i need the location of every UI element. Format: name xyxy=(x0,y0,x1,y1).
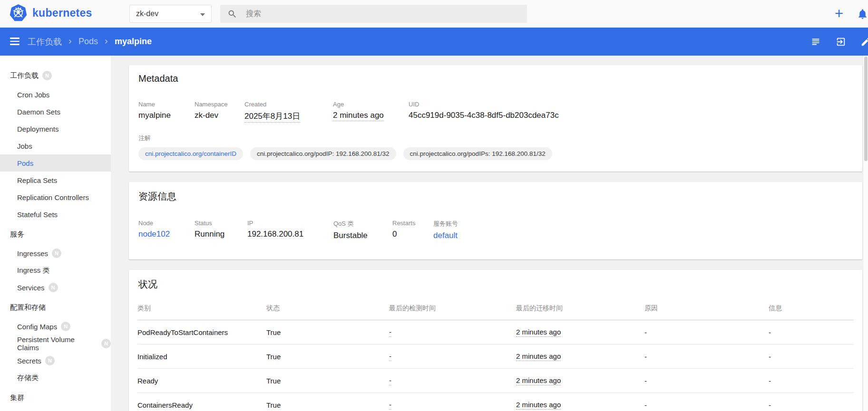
sidebar-item-ingresses[interactable]: IngressesN xyxy=(0,245,111,262)
cell-状态: True xyxy=(266,393,389,411)
sidebar-item-stateful-sets[interactable]: Stateful Sets xyxy=(0,206,111,223)
edit-pencil-icon[interactable] xyxy=(859,35,868,48)
namespace-selected-value: zk-dev xyxy=(136,10,158,18)
search-input[interactable] xyxy=(245,9,520,19)
namespaced-badge: N xyxy=(49,283,58,292)
field-label: Created xyxy=(244,101,323,108)
cell-信息: - xyxy=(769,369,854,393)
sidebar-item-replication-controllers[interactable]: Replication Controllers xyxy=(0,189,111,206)
table-row: ReadyTrue-2 minutes ago-- xyxy=(137,369,854,393)
field-label: Node xyxy=(138,220,185,227)
cell-原因: - xyxy=(644,344,769,369)
annotation-chip: cni.projectcalico.org/podIPs: 192.168.20… xyxy=(403,147,552,160)
sidebar-section-header-工作负载[interactable]: 工作负载N xyxy=(0,65,111,86)
column-header-最后的迁移时间: 最后的迁移时间 xyxy=(516,291,644,320)
sidebar-section-header-集群[interactable]: 集群 xyxy=(0,387,111,408)
main-content: Metadata NamemyalpineNamespacezk-devCrea… xyxy=(111,56,868,411)
cell-原因: - xyxy=(644,320,769,344)
menu-hamburger-icon[interactable] xyxy=(10,38,20,45)
sidebar-item-deployments[interactable]: Deployments xyxy=(0,120,111,137)
cell-最后的检测时间: - xyxy=(389,344,516,369)
sidebar-item-jobs[interactable]: Jobs xyxy=(0,137,111,154)
cell-信息: - xyxy=(769,393,854,411)
breadcrumb: 工作负载Podsmyalpine xyxy=(28,28,152,56)
field-value-created: 2025年8月13日 xyxy=(244,111,323,123)
breadcrumb-link-pods[interactable]: Pods xyxy=(78,37,98,47)
cell-原因: - xyxy=(644,393,769,411)
cell-原因: - xyxy=(644,369,769,393)
namespaced-badge: N xyxy=(101,339,111,348)
tooltip-value: 2 minutes ago xyxy=(516,401,561,410)
breadcrumb-link-工作负载[interactable]: 工作负载 xyxy=(28,36,62,48)
column-header-原因: 原因 xyxy=(644,291,769,320)
sidebar-item-label: Secrets xyxy=(17,357,41,365)
column-header-最后的检测时间: 最后的检测时间 xyxy=(389,291,516,320)
field-value-name: myalpine xyxy=(138,111,185,120)
search-bar xyxy=(220,5,527,23)
sidebar-item-config-maps[interactable]: Config MapsN xyxy=(0,318,111,335)
sidebar-item-cron-jobs[interactable]: Cron Jobs xyxy=(0,86,111,103)
notifications-bell-icon[interactable] xyxy=(855,6,868,21)
field-status: StatusRunning xyxy=(195,220,238,240)
scrollbar-thumb[interactable] xyxy=(864,57,868,161)
chevron-right-icon xyxy=(102,38,110,46)
field-value-node[interactable]: node102 xyxy=(138,229,185,239)
conditions-card: 状况 类别状态最后的检测时间最后的迁移时间原因信息 PodReadyToStar… xyxy=(129,270,862,411)
field-qos-类: QoS 类Burstable xyxy=(333,220,383,240)
tooltip-value: 2 minutes ago xyxy=(516,352,561,361)
cell-类别: PodReadyToStartContainers xyxy=(137,320,266,344)
namespace-selector[interactable]: zk-dev xyxy=(129,5,212,23)
sidebar-item-secrets[interactable]: SecretsN xyxy=(0,352,111,369)
sidebar-section-配置和存储: 配置和存储Config MapsNPersistent Volume Claim… xyxy=(0,297,111,386)
kubernetes-logo[interactable]: kubernetes xyxy=(10,4,92,22)
sidebar-section-header-配置和存储[interactable]: 配置和存储 xyxy=(0,297,111,318)
sidebar-item-persistent-volume-claims[interactable]: Persistent Volume ClaimsN xyxy=(0,335,111,352)
tooltip-value: 2 minutes ago xyxy=(516,328,561,337)
sidebar-item-label: Replica Sets xyxy=(17,176,57,184)
annotation-chip[interactable]: cni.projectcalico.org/containerID xyxy=(138,147,243,160)
sidebar-item-label: Services xyxy=(17,284,45,292)
tooltip-value: - xyxy=(389,376,391,385)
annotation-chip: cni.projectcalico.org/podIP: 192.168.200… xyxy=(250,147,396,160)
sidebar-item-daemon-sets[interactable]: Daemon Sets xyxy=(0,103,111,120)
resource-card-title: 资源信息 xyxy=(129,182,862,203)
cell-状态: True xyxy=(266,344,389,369)
search-icon xyxy=(227,9,237,19)
cell-最后的检测时间: - xyxy=(389,320,516,344)
tooltip-value: - xyxy=(389,401,391,410)
cell-最后的迁移时间: 2 minutes ago xyxy=(516,369,644,393)
cell-状态: True xyxy=(266,369,389,393)
field-value-age: 2 minutes ago xyxy=(333,111,399,121)
sidebar-nav: 工作负载NCron JobsDaemon SetsDeploymentsJobs… xyxy=(0,56,111,411)
sidebar-item-pods[interactable]: Pods xyxy=(0,154,111,172)
annotations-label: 注解 xyxy=(138,134,853,143)
sidebar-item-replica-sets[interactable]: Replica Sets xyxy=(0,172,111,189)
field-value-ip: 192.168.200.81 xyxy=(247,229,324,239)
field-value-服务账号[interactable]: default xyxy=(433,231,458,240)
cell-信息: - xyxy=(769,344,854,369)
sidebar-item-label: Ingress 类 xyxy=(17,266,49,275)
sidebar-item-services[interactable]: ServicesN xyxy=(0,279,111,296)
breadcrumb-current: myalpine xyxy=(115,37,152,47)
sidebar-section-label: 集群 xyxy=(10,393,24,402)
conditions-card-title: 状况 xyxy=(129,270,862,291)
field-value-status: Running xyxy=(195,229,238,239)
kubernetes-wheel-icon xyxy=(10,4,27,22)
field-label: QoS 类 xyxy=(333,220,383,228)
vertical-scrollbar[interactable] xyxy=(863,56,868,411)
logo-wordmark: kubernetes xyxy=(32,7,92,19)
metadata-card: Metadata NamemyalpineNamespacezk-devCrea… xyxy=(129,65,862,172)
cell-状态: True xyxy=(266,320,389,344)
exec-into-pod-icon[interactable] xyxy=(834,35,848,48)
view-logs-icon[interactable] xyxy=(809,35,822,48)
sidebar-item-ingress-类[interactable]: Ingress 类 xyxy=(0,262,111,279)
sidebar-item-label: Replication Controllers xyxy=(17,193,89,201)
cell-最后的迁移时间: 2 minutes ago xyxy=(516,344,644,369)
namespaced-badge: N xyxy=(61,322,70,331)
field-label: 服务账号 xyxy=(433,220,458,228)
cell-最后的检测时间: - xyxy=(389,393,516,411)
annotation-chips: cni.projectcalico.org/containerIDcni.pro… xyxy=(138,147,853,160)
sidebar-section-header-服务[interactable]: 服务 xyxy=(0,224,111,245)
create-resource-button[interactable]: + xyxy=(831,6,847,21)
sidebar-item-存储类[interactable]: 存储类 xyxy=(0,369,111,386)
